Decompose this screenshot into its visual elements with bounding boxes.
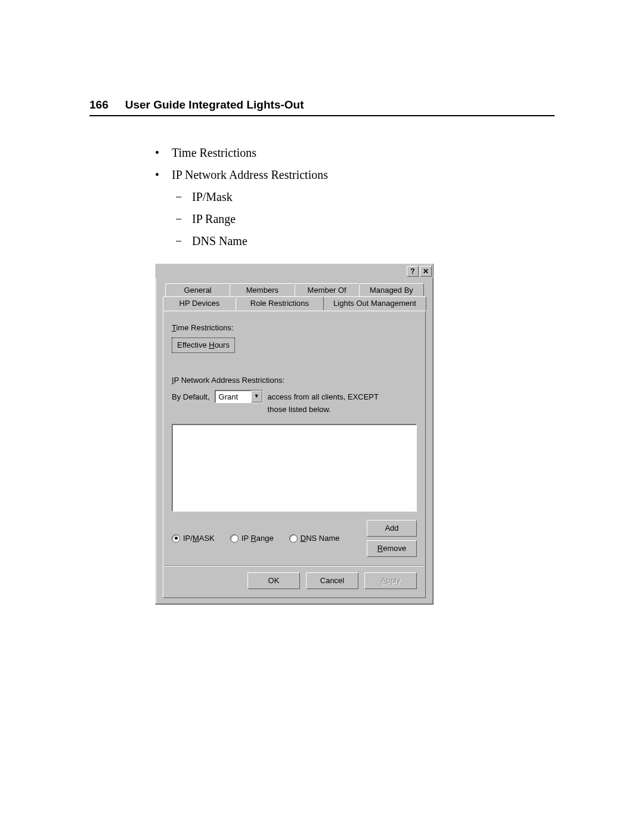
radio-dns-name[interactable]: DNS Name — [289, 532, 340, 544]
dialog-buttons: OK Cancel Apply — [172, 572, 417, 589]
bullet-text: Time Restrictions — [172, 146, 256, 159]
default-access-row: By Default, Grant ▼ access from all clie… — [172, 390, 417, 415]
list-item: IP/Mask — [175, 188, 555, 206]
tab-panel: Time Restrictions: Effective Hours IP Ne… — [163, 311, 426, 598]
radio-label: DNS Name — [301, 532, 340, 544]
help-icon: ? — [410, 266, 414, 277]
close-icon: ✕ — [423, 266, 429, 277]
access-description: access from all clients, EXCEPT those li… — [268, 390, 379, 415]
tab-managed-by[interactable]: Managed By — [359, 283, 424, 297]
tab-rows: General Members Member Of Managed By HP … — [163, 283, 426, 311]
cancel-button[interactable]: Cancel — [306, 572, 358, 589]
radio-group: IP/MASK IP Range DNS Name — [172, 532, 340, 544]
bullet-text: IP Range — [192, 212, 236, 225]
list-item: Time Restrictions — [155, 144, 555, 162]
list-item: DNS Name — [175, 232, 555, 250]
titlebar: ? ✕ — [156, 264, 433, 278]
time-restrictions-label: Time Restrictions: — [172, 322, 417, 334]
radio-label: IP/MASK — [183, 532, 215, 544]
tab-row-back: General Members Member Of Managed By — [165, 283, 423, 297]
button-label: OK — [268, 576, 280, 585]
separator — [163, 565, 425, 566]
tab-label: Role Restrictions — [250, 298, 309, 309]
button-label: Cancel — [320, 576, 344, 585]
tab-label: General — [184, 284, 212, 296]
list-item: IP Range — [175, 210, 555, 228]
button-label: Add — [385, 524, 398, 532]
tab-row-front: HP Devices Role Restrictions Lights Out … — [163, 296, 426, 311]
button-label: Remove — [377, 544, 406, 553]
default-access-combo[interactable]: Grant ▼ — [215, 390, 263, 403]
tab-role-restrictions[interactable]: Role Restrictions — [236, 296, 324, 311]
add-button[interactable]: Add — [367, 520, 417, 537]
remove-button[interactable]: Remove — [367, 540, 417, 557]
radio-icon — [289, 534, 298, 543]
bullet-list: Time Restrictions IP Network Address Res… — [155, 144, 555, 250]
content-area: Time Restrictions IP Network Address Res… — [89, 116, 555, 605]
radio-ip-mask[interactable]: IP/MASK — [172, 532, 215, 544]
radio-icon — [172, 534, 180, 543]
list-item: IP Network Address Restrictions IP/Mask … — [155, 166, 555, 250]
page-title: User Guide Integrated Lights-Out — [125, 98, 304, 112]
by-default-label: By Default, — [172, 390, 210, 403]
page-header: 166 User Guide Integrated Lights-Out — [89, 98, 555, 116]
bullet-text: IP Network Address Restrictions — [172, 168, 328, 181]
radio-icon — [230, 534, 239, 543]
page-number: 166 — [89, 98, 109, 112]
restrictions-listbox[interactable] — [172, 424, 417, 512]
add-remove-buttons: Add Remove — [367, 520, 417, 557]
close-button[interactable]: ✕ — [420, 266, 432, 277]
ok-button[interactable]: OK — [247, 572, 300, 589]
tab-label: Member Of — [308, 284, 346, 296]
tab-label: Lights Out Management — [333, 298, 416, 309]
radio-ip-range[interactable]: IP Range — [230, 532, 274, 544]
tab-general[interactable]: General — [165, 283, 230, 297]
tab-label: Members — [246, 284, 278, 296]
bullet-text: DNS Name — [192, 234, 247, 247]
tab-lights-out-management[interactable]: Lights Out Management — [323, 296, 426, 310]
radio-button-row: IP/MASK IP Range DNS Name — [172, 520, 417, 557]
access-text-line1: access from all clients, EXCEPT — [268, 391, 379, 403]
apply-button[interactable]: Apply — [364, 572, 417, 589]
access-text-line2: those listed below. — [268, 404, 379, 416]
radio-label: IP Range — [242, 532, 274, 544]
bullet-text: IP/Mask — [192, 190, 233, 203]
tab-members[interactable]: Members — [230, 283, 295, 297]
tab-label: HP Devices — [179, 298, 220, 309]
tab-hp-devices[interactable]: HP Devices — [163, 296, 236, 310]
chevron-down-icon: ▼ — [251, 391, 262, 402]
sub-list: IP/Mask IP Range DNS Name — [155, 188, 555, 250]
tab-member-of[interactable]: Member Of — [295, 283, 360, 297]
combo-value: Grant — [215, 391, 251, 402]
help-button[interactable]: ? — [407, 266, 419, 277]
document-page: 166 User Guide Integrated Lights-Out Tim… — [0, 0, 644, 833]
button-label: Apply — [381, 576, 401, 585]
ip-restrictions-label: IP Network Address Restrictions: — [172, 374, 417, 386]
tab-container: General Members Member Of Managed By HP … — [156, 278, 433, 604]
properties-dialog: ? ✕ General Members Member Of Managed By… — [155, 264, 434, 605]
effective-hours-button[interactable]: Effective Hours — [172, 337, 235, 353]
tab-label: Managed By — [370, 284, 413, 296]
